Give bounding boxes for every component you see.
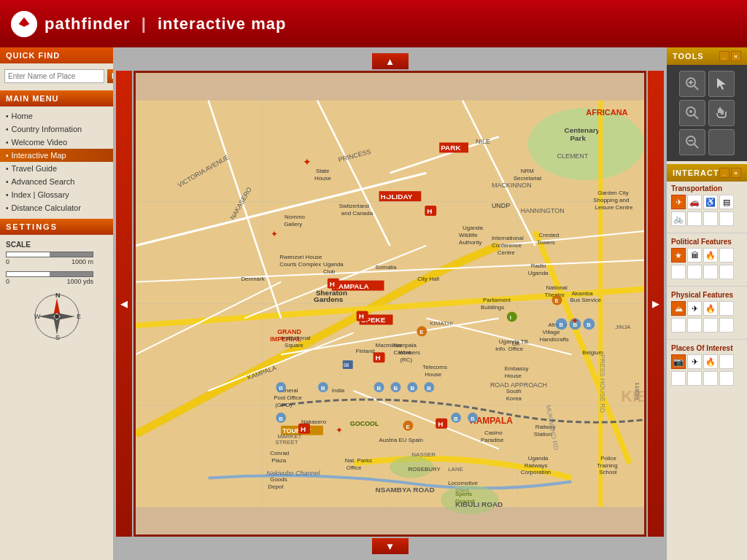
- svg-marker-4: [39, 313, 57, 320]
- svg-text:Police: Police: [600, 455, 616, 462]
- menu-item-advanced-search[interactable]: Advanced Search: [0, 175, 113, 188]
- places-plane-icon[interactable]: ✈: [687, 354, 702, 369]
- svg-text:Garden City: Garden City: [597, 190, 628, 196]
- svg-text:PRESS HOUSE RD: PRESS HOUSE RD: [599, 354, 606, 413]
- zoom-location-button[interactable]: [679, 100, 705, 126]
- places-empty2[interactable]: [671, 371, 686, 386]
- svg-text:Conrad: Conrad: [270, 450, 289, 456]
- svg-text:B: B: [279, 416, 283, 422]
- places-empty5[interactable]: [719, 371, 734, 386]
- svg-text:LANE: LANE: [448, 466, 463, 472]
- svg-text:House: House: [425, 371, 442, 378]
- physical-empty1[interactable]: [719, 301, 734, 316]
- transport-accessible-icon[interactable]: ♿: [703, 195, 718, 209]
- svg-text:B: B: [410, 385, 414, 392]
- svg-text:MACKINNON: MACKINNON: [492, 182, 532, 189]
- svg-text:Paradise: Paradise: [481, 437, 504, 443]
- political-empty1[interactable]: [719, 248, 734, 262]
- tools-close-button[interactable]: ×: [731, 51, 741, 61]
- svg-text:Gallery: Gallery: [284, 221, 302, 228]
- political-flame-icon[interactable]: 🔥: [703, 248, 718, 262]
- svg-text:✉: ✉: [344, 362, 349, 369]
- physical-empty4[interactable]: [703, 318, 718, 332]
- map-up-button[interactable]: ▲: [372, 53, 409, 69]
- physical-mountain-icon[interactable]: ⛰: [671, 301, 686, 316]
- political-building-icon[interactable]: 🏛: [687, 248, 702, 262]
- svg-line-229: [694, 144, 698, 148]
- menu-item-travel-guide[interactable]: Travel Guide: [0, 162, 113, 175]
- menu-item-index-glossary[interactable]: Index | Glossary: [0, 188, 113, 201]
- political-features-section: Political Features ★ 🏛 🔥: [667, 235, 747, 284]
- quick-find-header: QUICK FIND: [0, 47, 113, 63]
- physical-plane-icon[interactable]: ✈: [687, 301, 702, 316]
- svg-text:H: H: [359, 312, 364, 320]
- physical-empty2[interactable]: [671, 318, 686, 332]
- physical-flame-icon[interactable]: 🔥: [703, 301, 718, 316]
- transport-car-icon[interactable]: 🚗: [687, 195, 702, 209]
- places-camera-icon[interactable]: 📷: [671, 354, 686, 369]
- political-empty2[interactable]: [671, 265, 686, 279]
- svg-text:Denmark: Denmark: [241, 276, 264, 282]
- svg-text:and Canada: and Canada: [341, 210, 374, 217]
- interact-minimize-button[interactable]: _: [719, 168, 729, 178]
- transportation-section: Transportation ✈ 🚗 ♿ ▤ 🚲: [667, 182, 747, 231]
- svg-text:B: B: [454, 416, 458, 422]
- svg-text:H: H: [330, 280, 335, 288]
- svg-text:B: B: [321, 385, 325, 392]
- transport-empty3[interactable]: [719, 211, 734, 226]
- search-input[interactable]: [4, 69, 104, 83]
- svg-text:Embassy: Embassy: [505, 365, 529, 372]
- svg-text:Authority: Authority: [459, 239, 481, 246]
- tools-minimize-button[interactable]: _: [719, 51, 729, 61]
- svg-text:Centre: Centre: [498, 249, 515, 256]
- menu-item-welcome-video[interactable]: Welcome Video: [0, 136, 113, 149]
- zoom-in-button[interactable]: [679, 71, 705, 97]
- transport-bike-icon[interactable]: 🚲: [671, 211, 686, 226]
- logo-icon: [11, 11, 37, 37]
- cursor-tool-button[interactable]: [708, 71, 735, 97]
- svg-text:Corporation: Corporation: [521, 469, 551, 475]
- physical-empty5[interactable]: [719, 318, 734, 332]
- transport-empty2[interactable]: [703, 211, 718, 226]
- transport-bus-icon[interactable]: ▤: [719, 195, 734, 209]
- scale-area: SCALE 0 1000 m 0 1000 yds: [0, 235, 113, 560]
- menu-item-interactive-map[interactable]: Interactive Map: [0, 149, 113, 162]
- political-empty5[interactable]: [719, 265, 734, 279]
- menu-item-home[interactable]: Home: [0, 109, 113, 122]
- svg-text:Uganda: Uganda: [462, 225, 483, 231]
- menu-item-distance-calculator[interactable]: Distance Calculator: [0, 201, 113, 214]
- places-empty4[interactable]: [703, 371, 718, 386]
- map-viewport[interactable]: Centenary Park: [133, 71, 646, 537]
- map-right-button[interactable]: ▶: [648, 71, 664, 537]
- svg-text:Info. Office: Info. Office: [495, 346, 524, 352]
- svg-text:International: International: [492, 235, 524, 241]
- svg-text:Casino: Casino: [393, 349, 411, 356]
- find-button[interactable]: FIND: [107, 69, 113, 83]
- places-empty1[interactable]: [719, 354, 734, 369]
- places-empty3[interactable]: [687, 371, 702, 386]
- political-star-icon[interactable]: ★: [671, 248, 686, 262]
- zoom-out-button[interactable]: [679, 129, 705, 155]
- svg-text:Shopping and: Shopping and: [593, 197, 629, 203]
- map-down-button[interactable]: ▼: [372, 538, 409, 554]
- compass: N S E W: [6, 291, 107, 342]
- svg-text:✦: ✦: [336, 425, 343, 435]
- svg-text:Plaza: Plaza: [271, 457, 286, 464]
- menu-item-country-information[interactable]: Country Information: [0, 122, 113, 136]
- hand-tool-button[interactable]: [708, 100, 735, 126]
- svg-text:1180m: 1180m: [634, 382, 640, 400]
- places-flame-icon[interactable]: 🔥: [703, 354, 718, 369]
- svg-text:Training: Training: [597, 462, 617, 469]
- svg-text:Akamba: Akamba: [571, 290, 593, 297]
- political-empty3[interactable]: [687, 265, 702, 279]
- svg-text:National: National: [546, 284, 568, 291]
- svg-text:Uganda TB.: Uganda TB.: [499, 338, 530, 345]
- transport-plane-icon[interactable]: ✈: [671, 195, 686, 209]
- political-empty4[interactable]: [703, 265, 718, 279]
- transport-empty1[interactable]: [687, 211, 702, 226]
- physical-empty3[interactable]: [687, 318, 702, 332]
- svg-line-221: [694, 85, 698, 90]
- interact-close-button[interactable]: ×: [731, 168, 741, 178]
- svg-text:Rwenzori House: Rwenzori House: [279, 254, 322, 260]
- map-left-button[interactable]: ◀: [116, 71, 132, 537]
